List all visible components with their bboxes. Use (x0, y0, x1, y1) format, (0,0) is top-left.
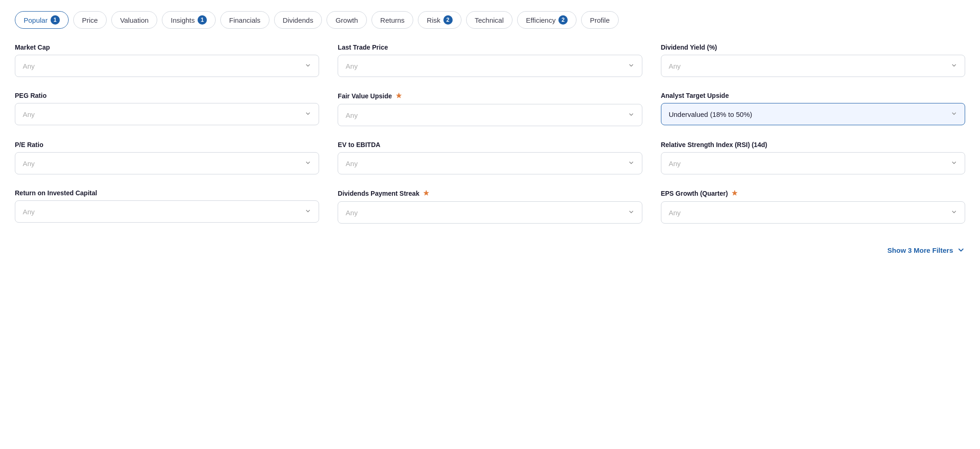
filter-select-dividends-payment-streak[interactable]: Any (338, 201, 642, 224)
filter-group-pe-ratio: P/E RatioAny (15, 141, 319, 174)
filter-select-roic[interactable]: Any (15, 200, 319, 223)
tag-label-insights: Insights (171, 16, 195, 24)
filter-group-rsi: Relative Strength Index (RSI) (14d)Any (661, 141, 965, 174)
tag-badge-popular: 1 (51, 15, 60, 25)
filter-value-roic: Any (23, 208, 35, 216)
filter-group-eps-growth-quarter: EPS Growth (Quarter) Any (661, 189, 965, 224)
filter-label-ev-to-ebitda: EV to EBITDA (338, 141, 642, 148)
tag-label-financials: Financials (229, 16, 261, 24)
filter-chevron-rsi (951, 160, 957, 167)
filter-value-eps-growth-quarter: Any (669, 209, 681, 217)
filter-label-text-analyst-target-upside: Analyst Target Upside (661, 92, 729, 99)
filter-label-rsi: Relative Strength Index (RSI) (14d) (661, 141, 965, 148)
tag-label-valuation: Valuation (120, 16, 148, 24)
filter-label-text-dividend-yield: Dividend Yield (%) (661, 44, 717, 51)
filter-label-text-ev-to-ebitda: EV to EBITDA (338, 141, 380, 148)
filter-label-text-rsi: Relative Strength Index (RSI) (14d) (661, 141, 767, 148)
filter-label-dividends-payment-streak: Dividends Payment Streak (338, 189, 642, 198)
filter-select-rsi[interactable]: Any (661, 152, 965, 174)
show-more-footer: Show 3 More Filters (15, 238, 965, 258)
filter-value-pe-ratio: Any (23, 160, 35, 167)
tag-label-profile: Profile (590, 16, 610, 24)
filter-chevron-peg-ratio (305, 110, 311, 118)
tag-badge-efficiency: 2 (558, 15, 568, 25)
pro-icon-dividends-payment-streak (422, 189, 430, 198)
filter-select-pe-ratio[interactable]: Any (15, 152, 319, 174)
filter-chevron-ev-to-ebitda (628, 160, 634, 167)
filter-value-rsi: Any (669, 160, 681, 167)
filter-label-text-roic: Return on Invested Capital (15, 189, 97, 197)
tag-label-price: Price (82, 16, 98, 24)
filter-group-roic: Return on Invested CapitalAny (15, 189, 319, 224)
tag-badge-risk: 2 (443, 15, 453, 25)
filter-select-fair-value-upside[interactable]: Any (338, 104, 642, 126)
filter-select-market-cap[interactable]: Any (15, 55, 319, 77)
show-more-label: Show 3 More Filters (887, 246, 953, 254)
filter-chevron-eps-growth-quarter (951, 209, 957, 217)
filter-value-market-cap: Any (23, 62, 35, 70)
filter-label-eps-growth-quarter: EPS Growth (Quarter) (661, 189, 965, 198)
filter-group-dividend-yield: Dividend Yield (%)Any (661, 44, 965, 77)
pro-icon-eps-growth-quarter (730, 189, 739, 198)
chevron-down-icon (957, 246, 965, 254)
filter-select-dividend-yield[interactable]: Any (661, 55, 965, 77)
filter-label-last-trade-price: Last Trade Price (338, 44, 642, 51)
tag-price[interactable]: Price (73, 11, 107, 29)
filter-select-ev-to-ebitda[interactable]: Any (338, 152, 642, 174)
filter-chevron-last-trade-price (628, 62, 634, 70)
tag-label-returns: Returns (380, 16, 405, 24)
filter-chevron-roic (305, 208, 311, 216)
tag-financials[interactable]: Financials (220, 11, 269, 29)
filter-select-analyst-target-upside[interactable]: Undervalued (18% to 50%) (661, 103, 965, 125)
filter-value-dividend-yield: Any (669, 62, 681, 70)
filter-group-market-cap: Market CapAny (15, 44, 319, 77)
filter-group-ev-to-ebitda: EV to EBITDAAny (338, 141, 642, 174)
filter-label-fair-value-upside: Fair Value Upside (338, 92, 642, 100)
tag-popular[interactable]: Popular1 (15, 11, 69, 29)
tag-label-dividends: Dividends (283, 16, 314, 24)
filter-chevron-fair-value-upside (628, 111, 634, 119)
filter-value-fair-value-upside: Any (346, 111, 358, 119)
tag-efficiency[interactable]: Efficiency2 (517, 11, 576, 29)
filter-group-dividends-payment-streak: Dividends Payment Streak Any (338, 189, 642, 224)
filter-group-last-trade-price: Last Trade PriceAny (338, 44, 642, 77)
tag-badge-insights: 1 (198, 15, 207, 25)
filter-select-last-trade-price[interactable]: Any (338, 55, 642, 77)
filter-label-text-pe-ratio: P/E Ratio (15, 141, 43, 148)
tag-insights[interactable]: Insights1 (162, 11, 216, 29)
filter-chevron-pe-ratio (305, 160, 311, 167)
tag-label-growth: Growth (335, 16, 358, 24)
filter-group-peg-ratio: PEG RatioAny (15, 92, 319, 126)
tag-dividends[interactable]: Dividends (274, 11, 322, 29)
filter-label-analyst-target-upside: Analyst Target Upside (661, 92, 965, 99)
filter-chevron-dividend-yield (951, 62, 957, 70)
filter-select-peg-ratio[interactable]: Any (15, 103, 319, 125)
filter-label-text-market-cap: Market Cap (15, 44, 50, 51)
filter-tags-container: Popular1PriceValuationInsights1Financial… (15, 11, 965, 29)
tag-label-technical: Technical (475, 16, 504, 24)
pro-icon-fair-value-upside (395, 92, 403, 100)
filter-value-analyst-target-upside: Undervalued (18% to 50%) (669, 110, 752, 118)
filter-label-text-last-trade-price: Last Trade Price (338, 44, 388, 51)
tag-growth[interactable]: Growth (327, 11, 366, 29)
tag-label-popular: Popular (24, 16, 48, 24)
filter-label-market-cap: Market Cap (15, 44, 319, 51)
show-more-button[interactable]: Show 3 More Filters (887, 242, 965, 258)
filter-label-peg-ratio: PEG Ratio (15, 92, 319, 99)
filter-select-eps-growth-quarter[interactable]: Any (661, 201, 965, 224)
tag-valuation[interactable]: Valuation (111, 11, 157, 29)
tag-technical[interactable]: Technical (466, 11, 513, 29)
filters-grid: Market CapAny Last Trade PriceAny Divide… (15, 44, 965, 224)
tag-returns[interactable]: Returns (372, 11, 414, 29)
filter-group-analyst-target-upside: Analyst Target UpsideUndervalued (18% to… (661, 92, 965, 126)
filter-label-text-dividends-payment-streak: Dividends Payment Streak (338, 190, 419, 197)
filter-chevron-market-cap (305, 62, 311, 70)
filter-label-pe-ratio: P/E Ratio (15, 141, 319, 148)
filter-value-peg-ratio: Any (23, 110, 35, 118)
tag-profile[interactable]: Profile (581, 11, 619, 29)
filter-chevron-dividends-payment-streak (628, 209, 634, 217)
tag-label-risk: Risk (427, 16, 440, 24)
filter-label-text-fair-value-upside: Fair Value Upside (338, 92, 392, 100)
tag-risk[interactable]: Risk2 (418, 11, 461, 29)
filter-value-ev-to-ebitda: Any (346, 160, 358, 167)
